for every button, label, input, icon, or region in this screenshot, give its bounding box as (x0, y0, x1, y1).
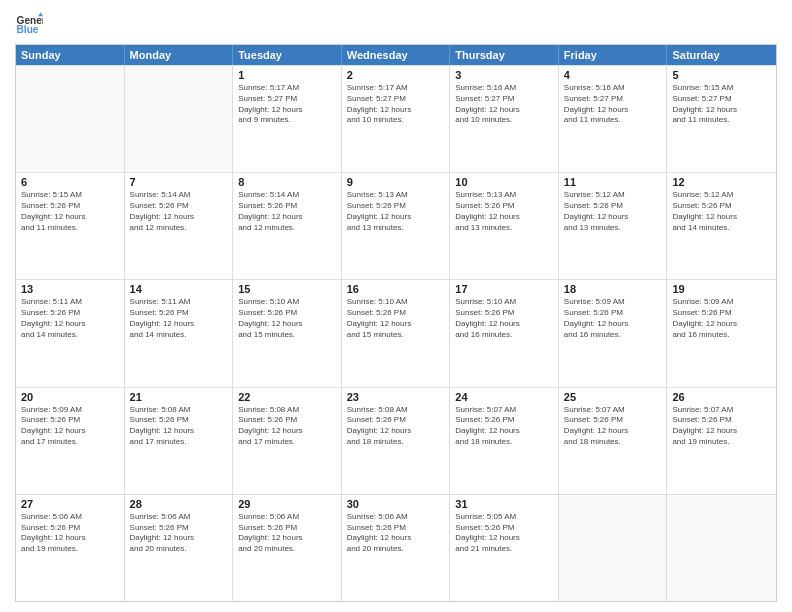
day-number: 26 (672, 391, 771, 403)
logo-icon: General Blue (15, 10, 43, 38)
weekday-header-wednesday: Wednesday (342, 45, 451, 65)
day-number: 20 (21, 391, 119, 403)
day-number: 24 (455, 391, 553, 403)
calendar-cell: 1Sunrise: 5:17 AM Sunset: 5:27 PM Daylig… (233, 66, 342, 172)
calendar-cell: 24Sunrise: 5:07 AM Sunset: 5:26 PM Dayli… (450, 388, 559, 494)
day-number: 16 (347, 283, 445, 295)
day-number: 13 (21, 283, 119, 295)
cell-info: Sunrise: 5:06 AM Sunset: 5:26 PM Dayligh… (130, 512, 228, 555)
day-number: 30 (347, 498, 445, 510)
cell-info: Sunrise: 5:08 AM Sunset: 5:26 PM Dayligh… (130, 405, 228, 448)
calendar-cell: 3Sunrise: 5:16 AM Sunset: 5:27 PM Daylig… (450, 66, 559, 172)
logo: General Blue (15, 10, 43, 38)
day-number: 18 (564, 283, 662, 295)
cell-info: Sunrise: 5:17 AM Sunset: 5:27 PM Dayligh… (347, 83, 445, 126)
day-number: 4 (564, 69, 662, 81)
day-number: 29 (238, 498, 336, 510)
weekday-header-tuesday: Tuesday (233, 45, 342, 65)
day-number: 22 (238, 391, 336, 403)
cell-info: Sunrise: 5:17 AM Sunset: 5:27 PM Dayligh… (238, 83, 336, 126)
calendar-cell: 31Sunrise: 5:05 AM Sunset: 5:26 PM Dayli… (450, 495, 559, 601)
day-number: 6 (21, 176, 119, 188)
calendar-cell: 21Sunrise: 5:08 AM Sunset: 5:26 PM Dayli… (125, 388, 234, 494)
calendar-cell: 26Sunrise: 5:07 AM Sunset: 5:26 PM Dayli… (667, 388, 776, 494)
cell-info: Sunrise: 5:11 AM Sunset: 5:26 PM Dayligh… (21, 297, 119, 340)
cell-info: Sunrise: 5:08 AM Sunset: 5:26 PM Dayligh… (238, 405, 336, 448)
cell-info: Sunrise: 5:05 AM Sunset: 5:26 PM Dayligh… (455, 512, 553, 555)
cell-info: Sunrise: 5:07 AM Sunset: 5:26 PM Dayligh… (672, 405, 771, 448)
weekday-header-sunday: Sunday (16, 45, 125, 65)
calendar-cell: 28Sunrise: 5:06 AM Sunset: 5:26 PM Dayli… (125, 495, 234, 601)
calendar-cell: 29Sunrise: 5:06 AM Sunset: 5:26 PM Dayli… (233, 495, 342, 601)
cell-info: Sunrise: 5:08 AM Sunset: 5:26 PM Dayligh… (347, 405, 445, 448)
cell-info: Sunrise: 5:10 AM Sunset: 5:26 PM Dayligh… (347, 297, 445, 340)
calendar-row-1: 6Sunrise: 5:15 AM Sunset: 5:26 PM Daylig… (16, 172, 776, 279)
calendar-cell (16, 66, 125, 172)
calendar-cell: 25Sunrise: 5:07 AM Sunset: 5:26 PM Dayli… (559, 388, 668, 494)
calendar-cell: 8Sunrise: 5:14 AM Sunset: 5:26 PM Daylig… (233, 173, 342, 279)
cell-info: Sunrise: 5:12 AM Sunset: 5:26 PM Dayligh… (564, 190, 662, 233)
cell-info: Sunrise: 5:16 AM Sunset: 5:27 PM Dayligh… (564, 83, 662, 126)
cell-info: Sunrise: 5:14 AM Sunset: 5:26 PM Dayligh… (238, 190, 336, 233)
cell-info: Sunrise: 5:09 AM Sunset: 5:26 PM Dayligh… (564, 297, 662, 340)
calendar-cell: 27Sunrise: 5:06 AM Sunset: 5:26 PM Dayli… (16, 495, 125, 601)
calendar: SundayMondayTuesdayWednesdayThursdayFrid… (15, 44, 777, 602)
calendar-cell: 16Sunrise: 5:10 AM Sunset: 5:26 PM Dayli… (342, 280, 451, 386)
calendar-cell (667, 495, 776, 601)
day-number: 28 (130, 498, 228, 510)
calendar-cell: 19Sunrise: 5:09 AM Sunset: 5:26 PM Dayli… (667, 280, 776, 386)
calendar-cell: 6Sunrise: 5:15 AM Sunset: 5:26 PM Daylig… (16, 173, 125, 279)
day-number: 14 (130, 283, 228, 295)
day-number: 19 (672, 283, 771, 295)
day-number: 9 (347, 176, 445, 188)
cell-info: Sunrise: 5:09 AM Sunset: 5:26 PM Dayligh… (21, 405, 119, 448)
calendar-row-0: 1Sunrise: 5:17 AM Sunset: 5:27 PM Daylig… (16, 65, 776, 172)
calendar-cell: 14Sunrise: 5:11 AM Sunset: 5:26 PM Dayli… (125, 280, 234, 386)
cell-info: Sunrise: 5:09 AM Sunset: 5:26 PM Dayligh… (672, 297, 771, 340)
day-number: 7 (130, 176, 228, 188)
calendar-cell: 23Sunrise: 5:08 AM Sunset: 5:26 PM Dayli… (342, 388, 451, 494)
cell-info: Sunrise: 5:11 AM Sunset: 5:26 PM Dayligh… (130, 297, 228, 340)
calendar-cell: 17Sunrise: 5:10 AM Sunset: 5:26 PM Dayli… (450, 280, 559, 386)
day-number: 21 (130, 391, 228, 403)
calendar-cell: 12Sunrise: 5:12 AM Sunset: 5:26 PM Dayli… (667, 173, 776, 279)
cell-info: Sunrise: 5:10 AM Sunset: 5:26 PM Dayligh… (238, 297, 336, 340)
day-number: 5 (672, 69, 771, 81)
calendar-cell (125, 66, 234, 172)
weekday-header-friday: Friday (559, 45, 668, 65)
cell-info: Sunrise: 5:10 AM Sunset: 5:26 PM Dayligh… (455, 297, 553, 340)
cell-info: Sunrise: 5:06 AM Sunset: 5:26 PM Dayligh… (238, 512, 336, 555)
page: General Blue SundayMondayTuesdayWednesda… (0, 0, 792, 612)
cell-info: Sunrise: 5:13 AM Sunset: 5:26 PM Dayligh… (347, 190, 445, 233)
cell-info: Sunrise: 5:07 AM Sunset: 5:26 PM Dayligh… (455, 405, 553, 448)
calendar-header: SundayMondayTuesdayWednesdayThursdayFrid… (16, 45, 776, 65)
weekday-header-saturday: Saturday (667, 45, 776, 65)
calendar-row-4: 27Sunrise: 5:06 AM Sunset: 5:26 PM Dayli… (16, 494, 776, 601)
calendar-body: 1Sunrise: 5:17 AM Sunset: 5:27 PM Daylig… (16, 65, 776, 601)
cell-info: Sunrise: 5:14 AM Sunset: 5:26 PM Dayligh… (130, 190, 228, 233)
day-number: 27 (21, 498, 119, 510)
calendar-cell: 15Sunrise: 5:10 AM Sunset: 5:26 PM Dayli… (233, 280, 342, 386)
day-number: 31 (455, 498, 553, 510)
svg-text:Blue: Blue (17, 24, 39, 35)
cell-info: Sunrise: 5:12 AM Sunset: 5:26 PM Dayligh… (672, 190, 771, 233)
day-number: 2 (347, 69, 445, 81)
calendar-cell: 18Sunrise: 5:09 AM Sunset: 5:26 PM Dayli… (559, 280, 668, 386)
cell-info: Sunrise: 5:13 AM Sunset: 5:26 PM Dayligh… (455, 190, 553, 233)
calendar-cell: 2Sunrise: 5:17 AM Sunset: 5:27 PM Daylig… (342, 66, 451, 172)
calendar-cell: 20Sunrise: 5:09 AM Sunset: 5:26 PM Dayli… (16, 388, 125, 494)
calendar-cell: 30Sunrise: 5:06 AM Sunset: 5:26 PM Dayli… (342, 495, 451, 601)
day-number: 1 (238, 69, 336, 81)
calendar-cell: 13Sunrise: 5:11 AM Sunset: 5:26 PM Dayli… (16, 280, 125, 386)
day-number: 17 (455, 283, 553, 295)
day-number: 12 (672, 176, 771, 188)
calendar-row-2: 13Sunrise: 5:11 AM Sunset: 5:26 PM Dayli… (16, 279, 776, 386)
day-number: 3 (455, 69, 553, 81)
calendar-cell: 7Sunrise: 5:14 AM Sunset: 5:26 PM Daylig… (125, 173, 234, 279)
cell-info: Sunrise: 5:06 AM Sunset: 5:26 PM Dayligh… (21, 512, 119, 555)
day-number: 25 (564, 391, 662, 403)
cell-info: Sunrise: 5:15 AM Sunset: 5:26 PM Dayligh… (21, 190, 119, 233)
calendar-cell: 5Sunrise: 5:15 AM Sunset: 5:27 PM Daylig… (667, 66, 776, 172)
cell-info: Sunrise: 5:16 AM Sunset: 5:27 PM Dayligh… (455, 83, 553, 126)
weekday-header-monday: Monday (125, 45, 234, 65)
